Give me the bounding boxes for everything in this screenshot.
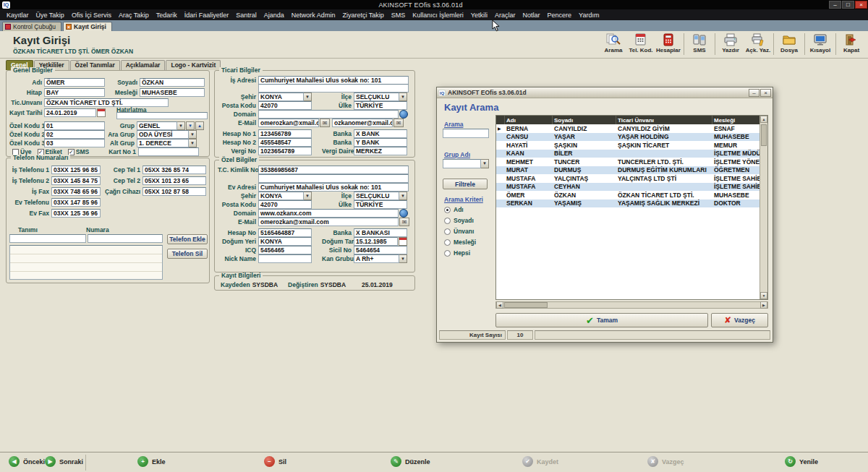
menu-item[interactable]: Ofis İçi Servis <box>68 12 115 19</box>
sms-button[interactable]: SMS <box>686 32 713 53</box>
tab-kontrol-cubugu[interactable]: Kontrol Çubuğu <box>2 22 61 31</box>
globe-icon[interactable] <box>399 209 408 218</box>
soyadi-input[interactable]: ÖZKAN <box>140 78 205 87</box>
posta-kodu-input[interactable]: 42070 <box>258 200 312 209</box>
ev-adresi-input[interactable]: Cumhuriyet Mahallesi Ulus sokak no: 101 <box>258 183 409 192</box>
tc-kimlik-input[interactable]: 35386985687 <box>258 166 409 174</box>
menu-item[interactable]: Araç Takip <box>115 12 153 19</box>
chevron-down-icon[interactable]: ▼ <box>189 130 197 139</box>
chevron-down-icon[interactable]: ▼ <box>189 139 197 147</box>
sicil-no-input[interactable]: 5464654 <box>354 246 407 254</box>
ilce-combo[interactable]: SELÇUKLU <box>354 93 399 101</box>
cep-tel2-input[interactable]: 05XX 101 23 65 <box>142 176 206 185</box>
hitap-input[interactable]: BAY <box>44 88 105 97</box>
domain-input[interactable] <box>258 110 399 119</box>
telefon-ekle-button[interactable]: Telefon Ekle <box>167 234 208 244</box>
is-telefonu2-input[interactable]: 03XX 145 84 75 <box>51 176 101 185</box>
maximize-button[interactable]: □ <box>842 1 854 9</box>
meslegi-input[interactable]: MUHASEBE <box>140 88 205 97</box>
telefon-list[interactable] <box>9 245 163 280</box>
icq-input[interactable]: 5456465 <box>258 246 312 254</box>
grup-add-button[interactable]: ▾ <box>186 121 195 130</box>
kart-no-input[interactable] <box>138 147 199 156</box>
cagri-cihazi-input[interactable]: 05XX 102 87 58 <box>142 187 206 196</box>
chevron-down-icon[interactable]: ▼ <box>177 121 185 130</box>
chevron-down-icon[interactable]: ▼ <box>304 93 312 101</box>
ulke-input[interactable]: TÜRKİYE <box>354 200 407 209</box>
menu-item[interactable]: Araçlar <box>491 12 519 19</box>
yenile-button[interactable]: ↻Yenile <box>785 456 818 467</box>
radio-option[interactable]: Mesleği <box>444 239 476 246</box>
horizontal-scrollbar[interactable]: ◀ ▶ <box>495 301 768 309</box>
kayit-tarihi-input[interactable]: 24.01.2019 <box>44 108 96 117</box>
menu-item[interactable]: İdari Faaliyetler <box>181 12 233 19</box>
chevron-down-icon[interactable]: ▼ <box>399 192 407 200</box>
adi-input[interactable]: ÖMER <box>44 78 105 87</box>
table-header-adi[interactable]: Adı <box>505 116 553 124</box>
hesap-no2-input[interactable]: 455548547 <box>258 138 312 147</box>
menu-item[interactable]: Ziyaretçi Takip <box>339 12 387 19</box>
alt-grup-combo[interactable]: 1. DERECE <box>137 139 189 147</box>
dialog-close-button[interactable]: × <box>760 89 771 97</box>
ulke-input[interactable]: TÜRKİYE <box>354 101 407 110</box>
sonraki-button[interactable]: ▶Sonraki <box>45 456 83 467</box>
kapat-button[interactable]: Kapat <box>838 32 865 53</box>
menu-item[interactable]: Yetkili <box>467 12 491 19</box>
table-row[interactable]: CANSU YAŞAR YAŞAR HOLDİNG MUHASEBE <box>496 133 760 142</box>
menu-item[interactable]: Yardım <box>575 12 603 19</box>
form-tab[interactable]: Özel Tanımlar <box>70 60 120 70</box>
kisayol-button[interactable]: Kısayol <box>807 32 834 53</box>
kan-grubu-combo[interactable]: A Rh+ <box>354 254 399 263</box>
sehir-combo[interactable]: KONYA <box>258 192 304 200</box>
calendar-icon[interactable] <box>399 237 407 246</box>
table-row[interactable]: KAAN BİLER İŞLETME MÜDÜRÜ <box>496 150 760 158</box>
banka1-input[interactable]: X BANK <box>354 129 407 138</box>
table-row[interactable]: SERKAN YAŞAMIŞ YAŞAMIŞ SAĞLIK MERKEZİ DO… <box>496 199 760 208</box>
ev-telefonu-input[interactable]: 03XX 147 85 96 <box>51 198 101 207</box>
ozel-kodu3-input[interactable]: 03 <box>44 139 105 147</box>
ev-fax-input[interactable]: 03XX 125 36 96 <box>51 209 101 218</box>
is-adresi2-input[interactable] <box>258 84 409 93</box>
chevron-down-icon[interactable]: ▼ <box>399 254 407 263</box>
duzenle-button[interactable]: ✎Düzenle <box>391 456 430 467</box>
grup-adi-combo[interactable] <box>443 159 481 168</box>
yazdir-button[interactable]: Yazdır <box>717 32 744 53</box>
filtrele-button[interactable]: Filtrele <box>443 179 488 189</box>
radio-option[interactable]: Ünvanı <box>444 228 476 235</box>
radio-option[interactable]: Soyadı <box>444 217 476 224</box>
chevron-down-icon[interactable]: ▼ <box>304 192 312 200</box>
table-row[interactable]: MURAT DURMUŞ DURMUŞ EĞİTİM KURUMLARI ÖĞR… <box>496 166 760 175</box>
menu-item[interactable]: SMS <box>388 12 409 19</box>
form-tab[interactable]: Logo - Kartvizit <box>166 60 221 70</box>
chevron-down-icon[interactable]: ▼ <box>481 159 489 168</box>
hesap-no-input[interactable]: 5165464887 <box>258 228 312 237</box>
ack-yaz-button[interactable]: Açk. Yaz. <box>744 32 772 53</box>
table-header-unvan[interactable]: Ticari Ünvanı <box>616 116 712 124</box>
radio-option[interactable]: Hepsi <box>444 249 476 257</box>
sms-checkbox[interactable]: ✓SMS <box>68 148 89 155</box>
tc-kimlik2-input[interactable] <box>258 174 409 183</box>
hesaplar-button[interactable]: Hesaplar <box>655 32 682 53</box>
calendar-icon[interactable] <box>97 108 106 117</box>
sil-button[interactable]: −Sil <box>264 456 286 467</box>
domain-input[interactable]: www.ozkanx.com <box>258 209 399 218</box>
table-row[interactable]: HAYATİ ŞAŞKIN ŞAŞKIN TİCARET MEMUR <box>496 141 760 150</box>
table-header-soyadi[interactable]: Soyadı <box>553 116 616 124</box>
vergi-no-input[interactable]: 1023654789 <box>258 147 312 155</box>
ozel-kodu2-input[interactable]: 02 <box>44 130 105 139</box>
hesap-no1-input[interactable]: 123456789 <box>258 129 312 138</box>
table-row[interactable]: MUSTAFA YALÇINTAŞ YALÇINTAŞ LTD ŞTİ İŞLE… <box>496 174 760 183</box>
menu-item[interactable]: Network Admin <box>288 12 339 19</box>
tel-kod-button[interactable]: Tel. Kod. <box>627 32 655 53</box>
numara-input[interactable] <box>88 234 163 243</box>
table-row[interactable]: ÖMER ÖZKAN ÖZKAN TİCARET LTD ŞTİ. MUHASE… <box>496 191 760 199</box>
menu-item[interactable]: Ajanda <box>260 12 288 19</box>
arama-button[interactable]: Arama <box>600 32 627 53</box>
mail-icon[interactable]: ✉ <box>320 119 330 127</box>
vertical-scrollbar[interactable]: ▲ ▼ <box>760 116 767 299</box>
form-tab[interactable]: Açıklamalar <box>121 60 166 70</box>
tanimi-input[interactable] <box>9 234 86 243</box>
dogum-tarihi-input[interactable]: 15.12.1985 <box>354 237 398 246</box>
sehir-combo[interactable]: KONYA <box>258 93 304 101</box>
scrollbar-thumb[interactable] <box>761 124 767 146</box>
